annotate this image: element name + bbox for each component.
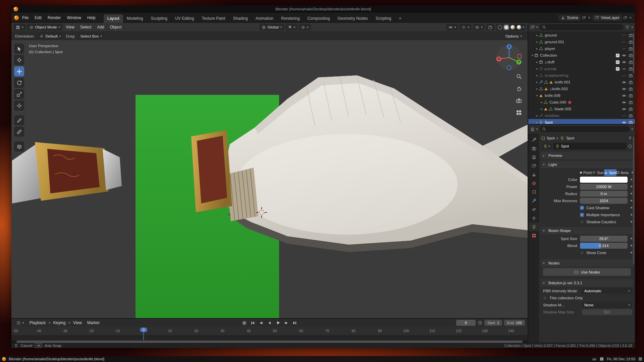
outliner-item-label[interactable]: rockGeo [545,114,559,118]
render-visibility-icon[interactable] [629,120,633,124]
collection-checkbox[interactable]: ✓ [616,54,620,57]
animate-dot[interactable] [631,186,632,187]
eye-icon[interactable] [622,107,626,111]
eye-icon[interactable] [622,60,626,64]
radius-field[interactable]: 0 m [580,191,628,197]
keyboard-layout-indicator[interactable]: us [592,357,596,361]
pan-button[interactable] [515,84,523,93]
outliner-row-player[interactable]: ▸ player [528,45,635,52]
light-browse-button[interactable]: ▾ [542,143,552,149]
power-field[interactable]: 10000 W [580,184,628,190]
animation-curve-icon[interactable] [622,40,626,44]
expand-arrow-icon[interactable]: ▸ [535,114,539,117]
chevron-down-icon[interactable]: ▾ [536,25,538,29]
measure-tool[interactable] [14,127,24,137]
chevron-down-icon[interactable]: ▾ [631,127,633,131]
expand-arrow-icon[interactable]: ▸ [535,87,539,90]
menu-edit[interactable]: Edit [32,14,44,21]
play-button[interactable] [274,320,282,326]
expand-arrow-icon[interactable]: ▸ [540,101,544,104]
properties-tab-physics[interactable] [529,205,539,214]
animate-dot[interactable] [631,252,632,253]
new-viewlayer-icon[interactable] [623,16,627,20]
workspace-tab-uv-editing[interactable]: UV Editing [171,14,198,23]
render-visibility-icon[interactable] [629,107,633,111]
animate-dot[interactable] [631,193,632,194]
shadow-map-size-field[interactable]: 512 [582,309,632,315]
render-visibility-icon[interactable] [629,100,633,105]
timeline-menu-playback[interactable]: Playback [27,320,48,325]
outliner-item-label[interactable]: scrap [547,67,556,71]
shading-material-button[interactable] [510,24,516,30]
expand-arrow-icon[interactable]: ▸ [535,60,539,64]
properties-tab-scene[interactable] [529,170,539,179]
gizmo-z-neg-axis[interactable] [507,66,511,70]
render-visibility-icon[interactable] [629,67,633,71]
properties-editor-icon[interactable] [530,127,535,131]
show-desktop-widget[interactable] [639,357,642,361]
timeline-scrollbar[interactable] [11,340,528,343]
render-visibility-icon[interactable] [629,33,633,38]
collection-only-checkbox[interactable] [543,296,547,300]
timeline-menu-view[interactable]: View [71,320,84,325]
fake-user-shield-icon[interactable] [628,144,632,148]
taskbar-blender-icon[interactable] [2,357,6,361]
collapse-arrow-icon[interactable]: ▾ [530,54,534,57]
next-keyframe-button[interactable] [283,320,290,326]
animation-curve-icon[interactable] [622,73,626,78]
outliner-row-ground-001[interactable]: ▸ ground.001 [528,39,635,45]
play-reverse-button[interactable] [266,320,273,326]
tray-icon[interactable] [600,357,604,361]
eye-icon[interactable] [622,87,626,91]
outliner-row-rockgeo[interactable]: ▸ rockGeo [528,112,635,119]
outliner-item-label[interactable]: ground [545,33,557,37]
timeline-scrollbar-thumb[interactable] [16,341,522,343]
light-type-point[interactable]: Point [580,169,592,176]
pin-icon[interactable] [628,136,632,140]
eye-icon[interactable] [622,80,626,84]
render-visibility-icon[interactable] [629,40,633,44]
ortho-toggle-button[interactable] [515,109,523,117]
expand-arrow-icon[interactable]: ▸ [535,74,539,77]
transform-orientation-dropdown[interactable]: Global ▾ [259,24,284,31]
animation-curve-icon[interactable] [622,114,626,118]
workspace-tab-geometry-nodes[interactable]: Geometry Nodes [334,14,372,23]
taskbar-clock[interactable]: Fri, 06 Dec 13:55 [607,357,635,361]
render-visibility-icon[interactable] [629,94,633,98]
shadow-caustics-checkbox[interactable] [580,220,584,224]
properties-search-input[interactable] [540,126,630,132]
outliner-item-label[interactable]: blade.005 [554,107,572,111]
render-visibility-icon[interactable] [629,80,633,84]
expand-arrow-icon[interactable]: ▸ [540,107,544,111]
outliner-item-label[interactable]: stuff [547,60,554,64]
viewport-3d[interactable]: Z X Y [11,40,528,318]
outliner-item-label[interactable]: Spot [545,120,553,124]
properties-tab-world[interactable] [529,179,539,187]
workspace-tab-modeling[interactable]: Modeling [123,14,147,23]
outliner-item-label[interactable]: knife.003 [552,87,568,91]
spot-size-field[interactable]: 26.6° [580,236,628,242]
properties-tab-object-data[interactable] [529,223,539,231]
animate-dot[interactable] [631,238,632,239]
outliner-row-spot[interactable]: ▸ Spot [528,119,635,124]
viewport-menu-object[interactable]: Object [108,25,124,29]
orientation-dropdown[interactable]: Default ▾ [37,33,63,40]
jump-to-end-button[interactable] [291,320,299,326]
gizmos-dropdown[interactable]: ▾ [459,24,472,31]
outliner-row-collection[interactable]: ▾ Collection ✓ [528,52,635,59]
light-type-spot[interactable]: Spot [604,169,617,176]
workspace-tab-sculpting[interactable]: Sculpting [147,14,171,23]
filter-funnel-icon[interactable] [625,25,630,29]
render-visibility-icon[interactable] [629,87,633,91]
properties-tab-view-layer[interactable] [529,162,539,170]
section-nodes[interactable]: ▾ Nodes [541,259,633,267]
xray-toggle[interactable] [486,24,495,31]
window-titlebar[interactable]: Blender [/home/amalie/Desktop/blender/po… [11,5,635,13]
options-dropdown[interactable]: Options ▾ [503,33,524,40]
expand-arrow-icon[interactable]: ▸ [535,47,539,50]
collapse-arrow-icon[interactable]: ▾ [535,94,539,97]
outliner-scrollbar[interactable] [633,33,634,73]
render-visibility-icon[interactable] [629,114,633,118]
frame-start-field[interactable]: Start 1 [484,320,502,326]
editor-type-button[interactable]: ▾ [13,24,26,31]
